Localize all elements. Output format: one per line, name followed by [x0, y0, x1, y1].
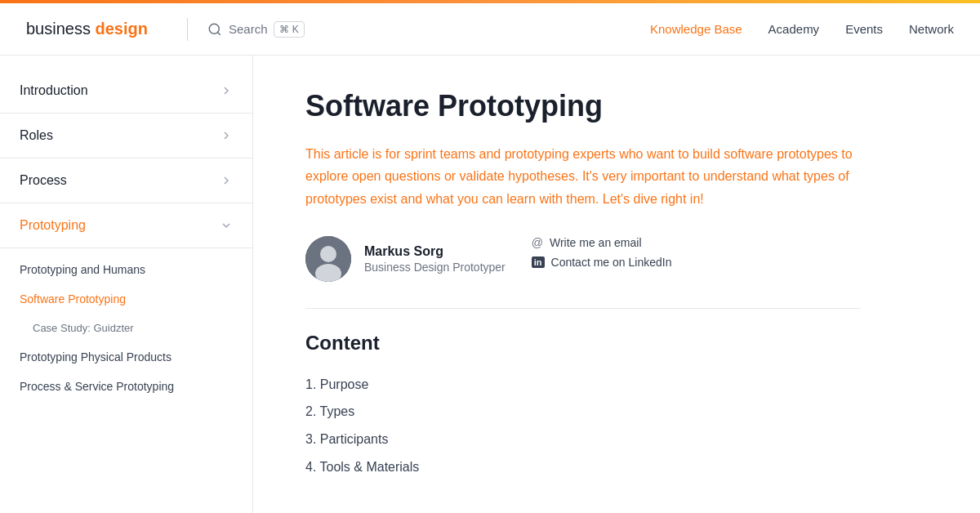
linkedin-icon: in [532, 256, 545, 268]
main-content: Software Prototyping This article is for… [253, 56, 980, 513]
svg-point-3 [320, 246, 336, 262]
chevron-right-icon [220, 174, 233, 187]
sidebar-item-roles[interactable]: Roles [0, 114, 252, 158]
sidebar-subitem-physical-products[interactable]: Prototyping Physical Products [0, 342, 252, 372]
sidebar-item-label: Prototyping [20, 218, 86, 233]
sidebar-item-label: Roles [20, 128, 53, 143]
search-icon [207, 22, 222, 37]
article-intro: This article is for sprint teams and pro… [305, 143, 861, 210]
avatar [305, 236, 351, 282]
sidebar-item-introduction[interactable]: Introduction [0, 69, 252, 114]
svg-line-1 [217, 32, 220, 34]
sidebar-item-prototyping[interactable]: Prototyping [0, 203, 252, 248]
author-info: Markus Sorg Business Design Prototyper [305, 236, 506, 282]
svg-point-0 [209, 24, 219, 33]
divider [305, 308, 861, 309]
contact-linkedin-label: Contact me on LinkedIn [551, 256, 672, 269]
content-section-title: Content [305, 332, 928, 355]
sidebar-subitems: Prototyping and Humans Software Prototyp… [0, 248, 252, 408]
logo-divider [187, 18, 188, 41]
sidebar-item-label: Introduction [20, 83, 88, 98]
sidebar: Introduction Roles Process Prototyping P… [0, 56, 253, 513]
nav-knowledge-base[interactable]: Knowledge Base [650, 22, 742, 36]
sidebar-subitem-process-service[interactable]: Process & Service Prototyping [0, 372, 252, 401]
search-label: Search [229, 22, 268, 36]
search-kbd-text: ⌘ K [279, 24, 298, 35]
list-item: 4. Tools & Materials [305, 453, 928, 481]
header-nav: Knowledge Base Academy Events Network [650, 22, 954, 36]
nav-network[interactable]: Network [909, 22, 954, 36]
nav-events[interactable]: Events [845, 22, 883, 36]
chevron-right-icon [220, 129, 233, 142]
author-contact: @ Write me an email in Contact me on Lin… [532, 236, 672, 269]
content-list: 1. Purpose 2. Types 3. Participants 4. T… [305, 371, 928, 480]
list-item: 1. Purpose [305, 371, 928, 399]
contact-linkedin[interactable]: in Contact me on LinkedIn [532, 256, 672, 269]
sidebar-subitem-case-study[interactable]: Case Study: Guidzter [0, 314, 252, 342]
contact-email[interactable]: @ Write me an email [532, 236, 672, 249]
header: business design Search ⌘ K Knowledge Bas… [0, 3, 980, 56]
search-bar[interactable]: Search ⌘ K [207, 21, 305, 38]
avatar-image [305, 236, 351, 282]
author-name: Markus Sorg [364, 244, 506, 259]
author-details: Markus Sorg Business Design Prototyper [364, 244, 506, 274]
logo[interactable]: business design [26, 20, 148, 38]
page-layout: Introduction Roles Process Prototyping P… [0, 56, 980, 513]
sidebar-item-process[interactable]: Process [0, 158, 252, 203]
at-icon: @ [532, 236, 543, 249]
chevron-right-icon [220, 84, 233, 97]
article-title: Software Prototyping [305, 88, 928, 123]
logo-design: design [96, 20, 148, 38]
author-title: Business Design Prototyper [364, 261, 506, 274]
sidebar-item-label: Process [20, 173, 67, 188]
sidebar-subitem-software-prototyping[interactable]: Software Prototyping [0, 284, 252, 314]
list-item: 2. Types [305, 398, 928, 426]
search-keyboard-shortcut: ⌘ K [274, 21, 304, 38]
logo-business: business [26, 20, 91, 38]
author-section: Markus Sorg Business Design Prototyper @… [305, 236, 928, 282]
chevron-down-icon [220, 219, 233, 232]
nav-academy[interactable]: Academy [768, 22, 820, 36]
list-item: 3. Participants [305, 426, 928, 453]
sidebar-subitem-prototyping-humans[interactable]: Prototyping and Humans [0, 255, 252, 284]
avatar-svg [305, 236, 351, 282]
contact-email-label: Write me an email [550, 236, 642, 249]
